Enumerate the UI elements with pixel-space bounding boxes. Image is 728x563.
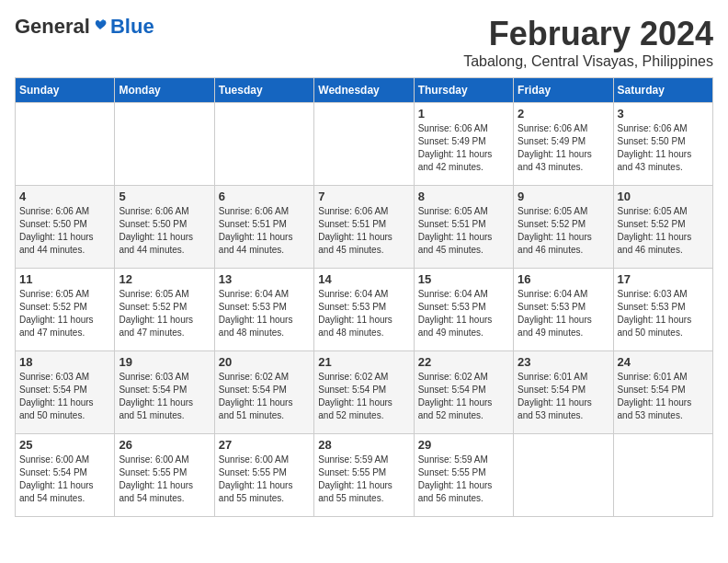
day-number: 22 [418, 355, 509, 369]
day-info: Sunrise: 6:01 AM Sunset: 5:54 PM Dayligh… [518, 371, 609, 422]
day-info: Sunrise: 6:06 AM Sunset: 5:50 PM Dayligh… [618, 122, 709, 174]
day-number: 25 [19, 438, 110, 452]
calendar-cell: 20Sunrise: 6:02 AM Sunset: 5:54 PM Dayli… [214, 351, 313, 434]
day-number: 29 [418, 438, 509, 452]
calendar-week-row: 4Sunrise: 6:06 AM Sunset: 5:50 PM Daylig… [16, 186, 713, 269]
day-number: 5 [119, 190, 210, 203]
logo-bird-icon [92, 17, 110, 36]
month-year-title: February 2024 [463, 15, 713, 53]
header-saturday: Saturday [613, 78, 712, 103]
calendar-cell: 2Sunrise: 6:06 AM Sunset: 5:49 PM Daylig… [514, 103, 613, 186]
calendar-cell: 13Sunrise: 6:04 AM Sunset: 5:53 PM Dayli… [214, 269, 313, 351]
calendar-week-row: 11Sunrise: 6:05 AM Sunset: 5:52 PM Dayli… [16, 269, 713, 351]
calendar-cell: 22Sunrise: 6:02 AM Sunset: 5:54 PM Dayli… [414, 351, 513, 434]
header-friday: Friday [514, 78, 613, 103]
calendar-week-row: 1Sunrise: 6:06 AM Sunset: 5:49 PM Daylig… [16, 103, 713, 186]
logo-general-text: General [15, 15, 90, 39]
day-info: Sunrise: 6:03 AM Sunset: 5:54 PM Dayligh… [19, 371, 110, 422]
calendar-cell: 24Sunrise: 6:01 AM Sunset: 5:54 PM Dayli… [613, 351, 712, 434]
day-info: Sunrise: 6:05 AM Sunset: 5:52 PM Dayligh… [618, 205, 709, 257]
day-info: Sunrise: 6:02 AM Sunset: 5:54 PM Dayligh… [219, 371, 310, 422]
calendar-cell: 11Sunrise: 6:05 AM Sunset: 5:52 PM Dayli… [16, 269, 115, 351]
day-number: 12 [119, 272, 210, 286]
calendar-table: Sunday Monday Tuesday Wednesday Thursday… [15, 77, 713, 517]
logo: General Blue [15, 15, 154, 39]
day-number: 21 [318, 355, 409, 369]
day-number: 26 [119, 438, 210, 452]
calendar-header-row: Sunday Monday Tuesday Wednesday Thursday… [16, 78, 713, 103]
calendar-cell: 27Sunrise: 6:00 AM Sunset: 5:55 PM Dayli… [214, 434, 313, 517]
day-info: Sunrise: 6:06 AM Sunset: 5:51 PM Dayligh… [219, 205, 310, 257]
calendar-cell: 18Sunrise: 6:03 AM Sunset: 5:54 PM Dayli… [16, 351, 115, 434]
day-number: 7 [318, 190, 409, 203]
day-number: 18 [19, 355, 110, 369]
header-wednesday: Wednesday [314, 78, 414, 103]
calendar-cell: 25Sunrise: 6:00 AM Sunset: 5:54 PM Dayli… [16, 434, 115, 517]
logo-blue-text: Blue [110, 15, 154, 39]
day-number: 17 [618, 272, 709, 286]
day-info: Sunrise: 6:02 AM Sunset: 5:54 PM Dayligh… [318, 371, 409, 422]
day-number: 4 [19, 190, 110, 203]
day-info: Sunrise: 6:06 AM Sunset: 5:50 PM Dayligh… [19, 205, 110, 257]
header-monday: Monday [115, 78, 214, 103]
calendar-cell: 6Sunrise: 6:06 AM Sunset: 5:51 PM Daylig… [214, 186, 313, 269]
calendar-cell [314, 103, 414, 186]
day-info: Sunrise: 5:59 AM Sunset: 5:55 PM Dayligh… [318, 454, 409, 505]
calendar-week-row: 25Sunrise: 6:00 AM Sunset: 5:54 PM Dayli… [16, 434, 713, 517]
day-number: 1 [418, 107, 509, 121]
day-info: Sunrise: 6:06 AM Sunset: 5:49 PM Dayligh… [518, 122, 609, 174]
calendar-cell: 3Sunrise: 6:06 AM Sunset: 5:50 PM Daylig… [613, 103, 712, 186]
day-number: 13 [219, 272, 310, 286]
calendar-cell: 8Sunrise: 6:05 AM Sunset: 5:51 PM Daylig… [414, 186, 513, 269]
title-area: February 2024 Tabalong, Central Visayas,… [463, 15, 713, 70]
day-info: Sunrise: 6:05 AM Sunset: 5:51 PM Dayligh… [418, 205, 509, 257]
calendar-cell: 4Sunrise: 6:06 AM Sunset: 5:50 PM Daylig… [16, 186, 115, 269]
day-number: 3 [618, 107, 709, 121]
calendar-cell [214, 103, 313, 186]
day-number: 11 [19, 272, 110, 286]
day-number: 9 [518, 190, 609, 203]
day-number: 19 [119, 355, 210, 369]
day-number: 27 [219, 438, 310, 452]
day-number: 10 [618, 190, 709, 203]
day-info: Sunrise: 6:04 AM Sunset: 5:53 PM Dayligh… [518, 288, 609, 339]
calendar-cell: 17Sunrise: 6:03 AM Sunset: 5:53 PM Dayli… [613, 269, 712, 351]
day-info: Sunrise: 6:00 AM Sunset: 5:55 PM Dayligh… [219, 454, 310, 505]
calendar-cell: 15Sunrise: 6:04 AM Sunset: 5:53 PM Dayli… [414, 269, 513, 351]
day-number: 20 [219, 355, 310, 369]
calendar-cell [613, 434, 712, 517]
day-info: Sunrise: 6:06 AM Sunset: 5:50 PM Dayligh… [119, 205, 210, 257]
day-info: Sunrise: 6:05 AM Sunset: 5:52 PM Dayligh… [119, 288, 210, 339]
location-subtitle: Tabalong, Central Visayas, Philippines [463, 53, 713, 70]
calendar-cell: 19Sunrise: 6:03 AM Sunset: 5:54 PM Dayli… [115, 351, 214, 434]
calendar-cell: 29Sunrise: 5:59 AM Sunset: 5:55 PM Dayli… [414, 434, 513, 517]
day-info: Sunrise: 6:05 AM Sunset: 5:52 PM Dayligh… [518, 205, 609, 257]
day-info: Sunrise: 5:59 AM Sunset: 5:55 PM Dayligh… [418, 454, 509, 505]
day-info: Sunrise: 6:04 AM Sunset: 5:53 PM Dayligh… [418, 288, 509, 339]
day-number: 6 [219, 190, 310, 203]
day-info: Sunrise: 6:02 AM Sunset: 5:54 PM Dayligh… [418, 371, 509, 422]
day-info: Sunrise: 6:06 AM Sunset: 5:49 PM Dayligh… [418, 122, 509, 174]
day-info: Sunrise: 6:06 AM Sunset: 5:51 PM Dayligh… [318, 205, 409, 257]
day-info: Sunrise: 6:05 AM Sunset: 5:52 PM Dayligh… [19, 288, 110, 339]
page-header: General Blue February 2024 Tabalong, Cen… [15, 15, 713, 70]
day-info: Sunrise: 6:03 AM Sunset: 5:53 PM Dayligh… [618, 288, 709, 339]
calendar-cell [115, 103, 214, 186]
day-info: Sunrise: 6:04 AM Sunset: 5:53 PM Dayligh… [318, 288, 409, 339]
day-info: Sunrise: 6:04 AM Sunset: 5:53 PM Dayligh… [219, 288, 310, 339]
day-info: Sunrise: 6:03 AM Sunset: 5:54 PM Dayligh… [119, 371, 210, 422]
day-number: 24 [618, 355, 709, 369]
calendar-cell: 28Sunrise: 5:59 AM Sunset: 5:55 PM Dayli… [314, 434, 414, 517]
calendar-cell: 12Sunrise: 6:05 AM Sunset: 5:52 PM Dayli… [115, 269, 214, 351]
day-info: Sunrise: 6:00 AM Sunset: 5:54 PM Dayligh… [19, 454, 110, 505]
header-thursday: Thursday [414, 78, 513, 103]
calendar-cell: 1Sunrise: 6:06 AM Sunset: 5:49 PM Daylig… [414, 103, 513, 186]
calendar-cell [16, 103, 115, 186]
day-number: 23 [518, 355, 609, 369]
calendar-cell: 16Sunrise: 6:04 AM Sunset: 5:53 PM Dayli… [514, 269, 613, 351]
calendar-cell: 23Sunrise: 6:01 AM Sunset: 5:54 PM Dayli… [514, 351, 613, 434]
calendar-cell: 7Sunrise: 6:06 AM Sunset: 5:51 PM Daylig… [314, 186, 414, 269]
day-number: 28 [318, 438, 409, 452]
day-number: 8 [418, 190, 509, 203]
calendar-cell: 5Sunrise: 6:06 AM Sunset: 5:50 PM Daylig… [115, 186, 214, 269]
